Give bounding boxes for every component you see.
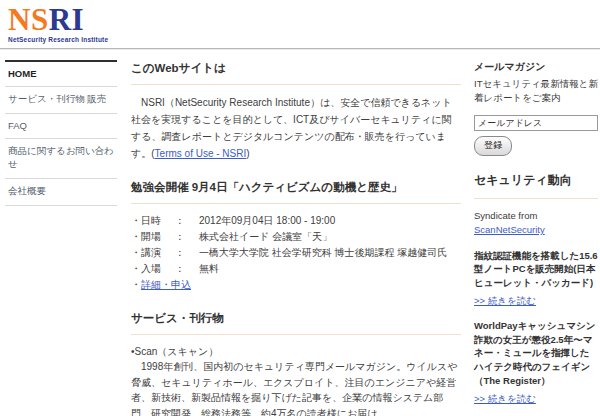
page-body: HOME サービス・刊行物 販売 FAQ 商品に関するお問い合わせ 会社概要 こ… (0, 50, 600, 416)
section-publications: サービス・刊行物 •Scan（スキャン） 1998年創刊、国内初のセキュリティ専… (131, 310, 461, 416)
terms-of-use-link[interactable]: Terms of Use - NSRI (155, 148, 247, 159)
email-input[interactable] (474, 115, 598, 131)
event-row-detail: ・ 詳細・申込 (131, 277, 461, 293)
about-title: このWebサイトは (131, 60, 461, 85)
news-title: 指紋認証機能を搭載した15.6型ノートPCを販売開始(日本ヒューレット・パッカー… (474, 249, 598, 290)
publication-name-row: •Scan（スキャン） (131, 344, 461, 359)
newsletter-block: メールマガジン ITセキュリティ最新情報と新着レポートをご案内 登録 (474, 60, 598, 156)
event-label: 講演 (141, 245, 175, 261)
event-colon: ： (175, 213, 199, 229)
site-header: NSRI NetSecurity Research Institute (0, 0, 600, 48)
event-row-datetime: ・ 日時 ： 2012年09月04日 18:00 - 19:00 (131, 213, 461, 229)
newsletter-title: メールマガジン (474, 60, 598, 74)
about-text-after: ) (246, 148, 249, 159)
nsri-logo[interactable]: NSRI (8, 4, 600, 35)
event-colon: ： (175, 245, 199, 261)
read-more-link[interactable]: >> 続きを読む (474, 393, 536, 406)
publications-title: サービス・刊行物 (131, 310, 461, 335)
syndicate-text: Syndicate from (474, 210, 537, 221)
sidebar-item-company-overview[interactable]: 会社概要 (5, 179, 117, 206)
scannetsecurity-link[interactable]: ScanNetSecurity (474, 224, 545, 235)
main-content: このWebサイトは NSRI（NetSecurity Research Inst… (131, 60, 461, 416)
row-marker: ・ (131, 245, 141, 261)
logo-ri: RI (49, 2, 84, 37)
event-row-admission: ・ 入場 ： 無料 (131, 261, 461, 277)
row-marker: ・ (131, 261, 141, 277)
sidebar-item-product-inquiry[interactable]: 商品に関するお問い合わせ (5, 139, 117, 179)
right-sidebar: メールマガジン ITセキュリティ最新情報と新着レポートをご案内 登録 セキュリテ… (474, 60, 598, 416)
publication-name: Scan（スキャン） (135, 346, 219, 357)
section-event: 勉強会開催 9月4日「ハクティビズムの動機と歴史」 ・ 日時 ： 2012年09… (131, 179, 461, 293)
event-label: 入場 (141, 261, 175, 277)
row-marker: ・ (131, 213, 141, 229)
event-label: 日時 (141, 213, 175, 229)
newsletter-description: ITセキュリティ最新情報と新着レポートをご案内 (474, 77, 598, 106)
read-more-link[interactable]: >> 続きを読む (474, 295, 536, 308)
sidebar-item-services-sales[interactable]: サービス・刊行物 販売 (5, 87, 117, 114)
register-button[interactable]: 登録 (474, 136, 512, 156)
publication-scan: •Scan（スキャン） 1998年創刊、国内初のセキュリティ専門メールマガジン。… (131, 344, 461, 416)
event-detail-apply-link[interactable]: 詳細・申込 (141, 277, 191, 293)
logo-tagline: NetSecurity Research Institute (8, 36, 600, 43)
event-title: 勉強会開催 9月4日「ハクティビズムの動機と歴史」 (131, 179, 461, 204)
logo-ns: NS (8, 2, 49, 37)
news-item: 指紋認証機能を搭載した15.6型ノートPCを販売開始(日本ヒューレット・パッカー… (474, 249, 598, 308)
syndicate-block: Syndicate from ScanNetSecurity (474, 209, 598, 238)
sidebar-nav: HOME サービス・刊行物 販売 FAQ 商品に関するお問い合わせ 会社概要 (5, 60, 117, 206)
event-row-speaker: ・ 講演 ： 一橋大学大学院 社会学研究科 博士後期課程 塚越健司氏 (131, 245, 461, 261)
event-label: 開場 (141, 229, 175, 245)
event-row-venue: ・ 開場 ： 株式会社イード 会議室「天」 (131, 229, 461, 245)
news-title: WorldPayキャッシュマシン詐欺の女王が懲役2.5年〜マネー・ミュールを指揮… (474, 319, 598, 388)
about-paragraph: NSRI（NetSecurity Research Institute）は、安全… (131, 94, 461, 162)
publication-description: 1998年創刊、国内初のセキュリティ専門メールマガジン。ウイルスや脅威、セキュリ… (131, 359, 461, 416)
sidebar-item-faq[interactable]: FAQ (5, 114, 117, 139)
event-colon: ： (175, 261, 199, 277)
security-trends-title: セキュリティ動向 (474, 172, 598, 199)
event-value: 2012年09月04日 18:00 - 19:00 (199, 213, 461, 229)
news-item: WorldPayキャッシュマシン詐欺の女王が懲役2.5年〜マネー・ミュールを指揮… (474, 319, 598, 406)
event-value: 株式会社イード 会議室「天」 (199, 229, 461, 245)
row-marker: ・ (131, 277, 141, 293)
section-about: このWebサイトは NSRI（NetSecurity Research Inst… (131, 60, 461, 162)
event-value: 一橋大学大学院 社会学研究科 博士後期課程 塚越健司氏 (199, 245, 461, 261)
row-marker: ・ (131, 229, 141, 245)
event-value: 無料 (199, 261, 461, 277)
event-colon: ： (175, 229, 199, 245)
sidebar-item-home[interactable]: HOME (5, 62, 117, 87)
